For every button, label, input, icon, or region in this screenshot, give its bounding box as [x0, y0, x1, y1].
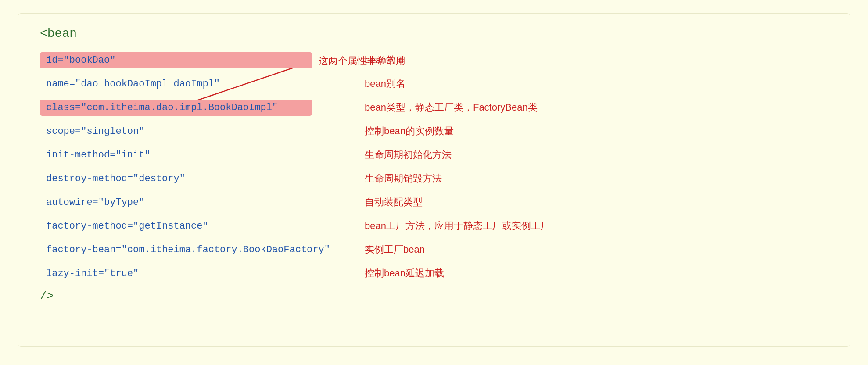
- attr-row-id: id="bookDao" bean的Id: [40, 48, 828, 72]
- attr-desc-scope: 控制bean的实例数量: [365, 125, 454, 138]
- attr-desc-destroy-method: 生命周期销毁方法: [365, 172, 442, 185]
- attr-row-name: name="dao bookDaoImpl daoImpl" bean别名: [40, 72, 828, 96]
- bean-open-tag: <bean: [40, 27, 828, 40]
- attr-row-scope: scope="singleton" 控制bean的实例数量: [40, 119, 828, 143]
- attr-row-autowire: autowire="byType" 自动装配类型: [40, 190, 828, 214]
- attr-row-class: class="com.itheima.dao.impl.BookDaoImpl"…: [40, 96, 828, 119]
- attr-row-lazy-init: lazy-init="true" 控制bean延迟加载: [40, 261, 828, 285]
- attr-row-init-method: init-method="init" 生命周期初始化方法: [40, 143, 828, 167]
- attributes-area: 这两个属性非常常用 id="bookDao" bean的Id name="dao…: [40, 48, 828, 285]
- attr-desc-init-method: 生命周期初始化方法: [365, 148, 452, 161]
- bean-close-tag: />: [40, 290, 828, 303]
- attr-row-factory-method: factory-method="getInstance" bean工厂方法，应用…: [40, 214, 828, 238]
- attr-code-lazy-init: lazy-init="true": [40, 265, 312, 282]
- attr-desc-id: bean的Id: [365, 54, 404, 67]
- attr-desc-lazy-init: 控制bean延迟加载: [365, 267, 444, 280]
- attr-code-factory-bean: factory-bean="com.itheima.factory.BookDa…: [40, 242, 312, 258]
- attr-code-class: class="com.itheima.dao.impl.BookDaoImpl": [40, 100, 312, 116]
- attr-desc-factory-bean: 实例工厂bean: [365, 243, 425, 256]
- attr-code-name: name="dao bookDaoImpl daoImpl": [40, 76, 312, 92]
- attr-code-autowire: autowire="byType": [40, 194, 312, 211]
- attr-code-init-method: init-method="init": [40, 147, 312, 163]
- attr-code-id: id="bookDao": [40, 52, 312, 68]
- attr-code-scope: scope="singleton": [40, 123, 312, 140]
- main-container: <bean 这两个属性非常常用 id="bookDao" bean的Id: [18, 13, 850, 347]
- attr-code-destroy-method: destroy-method="destory": [40, 171, 312, 187]
- attr-desc-name: bean别名: [365, 77, 405, 90]
- attr-code-factory-method: factory-method="getInstance": [40, 218, 312, 234]
- attr-row-factory-bean: factory-bean="com.itheima.factory.BookDa…: [40, 238, 828, 261]
- attr-desc-factory-method: bean工厂方法，应用于静态工厂或实例工厂: [365, 219, 550, 233]
- attr-row-destroy-method: destroy-method="destory" 生命周期销毁方法: [40, 167, 828, 190]
- attr-desc-autowire: 自动装配类型: [365, 196, 423, 209]
- attr-desc-class: bean类型，静态工厂类，FactoryBean类: [365, 101, 538, 114]
